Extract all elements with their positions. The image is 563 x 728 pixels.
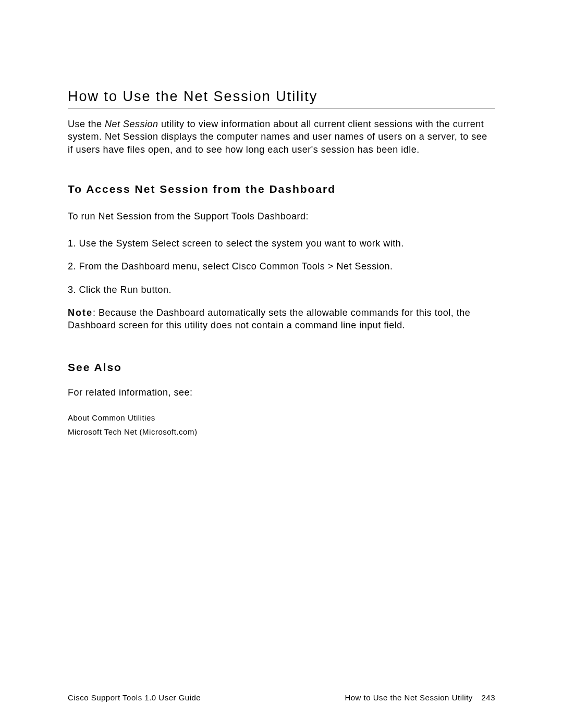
note-paragraph: Note: Because the Dashboard automaticall… [68,306,495,332]
intro-italic: Net Session [105,119,158,129]
see-also-lead: For related information, see: [68,386,495,399]
section-heading-see-also: See Also [68,361,495,374]
step-1: 1. Use the System Select screen to selec… [68,237,495,250]
page-footer: Cisco Support Tools 1.0 User Guide How t… [68,693,495,702]
section-heading-access: To Access Net Session from the Dashboard [68,183,495,195]
footer-page-number: 243 [481,693,495,702]
note-label: Note [68,307,93,318]
footer-right-title: How to Use the Net Session Utility [345,693,472,702]
step-3: 3. Click the Run button. [68,283,495,296]
link-microsoft-technet[interactable]: Microsoft Tech Net (Microsoft.com) [68,427,495,436]
link-about-common-utilities[interactable]: About Common Utilities [68,413,495,422]
page-title: How to Use the Net Session Utility [68,89,495,108]
note-body: : Because the Dashboard automatically se… [68,307,470,330]
section-lead: To run Net Session from the Support Tool… [68,210,495,223]
footer-right: How to Use the Net Session Utility 243 [345,693,495,702]
intro-paragraph: Use the Net Session utility to view info… [68,118,495,156]
intro-prefix: Use the [68,119,105,129]
footer-left: Cisco Support Tools 1.0 User Guide [68,693,201,702]
step-2: 2. From the Dashboard menu, select Cisco… [68,260,495,273]
